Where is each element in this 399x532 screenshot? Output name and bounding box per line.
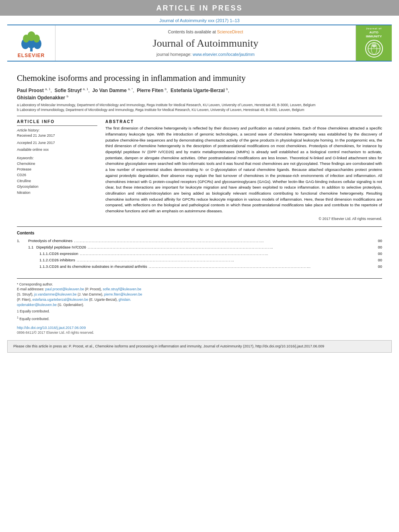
author-estefania: Estefania Ugarte-Berzal bbox=[171, 88, 225, 93]
sciencedirect-link[interactable]: ScienceDirect bbox=[217, 29, 243, 34]
toc-text-1-1: Dipeptidyl peptidase IV/CD26 bbox=[36, 244, 86, 251]
journal-logo-icon: Journal of AUTOIMMUNITY bbox=[358, 27, 390, 59]
two-column-section: ARTICLE INFO Article history: Received 2… bbox=[17, 119, 382, 221]
toc-dots-1-1-1: ........................................… bbox=[80, 251, 372, 257]
email-sofie[interactable]: sofie.struyf@kuleuven.be bbox=[103, 287, 142, 291]
toc-text-1-1-2: CD26 inhibitors bbox=[49, 257, 75, 263]
toc-item-1-1-1: 1.1.1. CD26 expression .................… bbox=[17, 251, 382, 257]
contents-available-text: Contents lists available at ScienceDirec… bbox=[168, 29, 243, 34]
keyword-cd26: CD26 bbox=[17, 172, 97, 178]
p-proost-label: (P. Proost), bbox=[85, 287, 102, 291]
email-line-4: opdenakker@kuleuven.be (G. Opdenakker). bbox=[17, 302, 382, 308]
toc-number-1: 1. bbox=[17, 238, 28, 244]
email-line-2: (S. Struyf), jo.vandamme@kuleuven.be (J.… bbox=[17, 292, 382, 297]
author-paul: Paul Proost bbox=[17, 88, 44, 93]
toc-item-1-1: 1.1 Dipeptidyl peptidase IV/CD26 .......… bbox=[17, 244, 382, 251]
logo-top-text: Journal of bbox=[366, 27, 382, 30]
abstract-label: ABSTRACT bbox=[105, 119, 382, 124]
toc-dots-1-1-3: ........................................… bbox=[149, 263, 372, 270]
article-info-col: ARTICLE INFO Article history: Received 2… bbox=[17, 119, 97, 221]
corresponding-label: * Corresponding author. bbox=[17, 282, 382, 287]
contents-title: Contents bbox=[17, 231, 382, 235]
affiliations: a Laboratory of Molecular Immunology, De… bbox=[17, 103, 382, 113]
toc-number-1-1-3: 1.1.3. bbox=[39, 263, 49, 270]
keyword-nitration: Nitration bbox=[17, 190, 97, 195]
keyword-citrulline: Citrulline bbox=[17, 178, 97, 184]
svg-point-5 bbox=[23, 35, 29, 43]
logo-circle-icon bbox=[367, 42, 381, 55]
toc-dots-1-1: ........................................… bbox=[88, 244, 372, 251]
email-pierre[interactable]: pierre.fiten@kuleuven.be bbox=[104, 292, 142, 296]
toc-item-1-1-3: 1.1.3. CD26 and its chemokine substrates… bbox=[17, 263, 382, 270]
journal-homepage: journal homepage: www.elsevier.com/locat… bbox=[156, 52, 255, 57]
info-divider bbox=[17, 125, 97, 126]
homepage-link[interactable]: www.elsevier.com/locate/jautimm bbox=[193, 52, 255, 57]
toc-item-1-1-2: 1.1.2. CD26 inhibitors .................… bbox=[17, 257, 382, 263]
author-ghislain: Ghislain Opdenakker bbox=[17, 95, 65, 101]
affiliation-a: a Laboratory of Molecular Immunology, De… bbox=[17, 103, 382, 108]
journal-header-center: Contents lists available at ScienceDirec… bbox=[56, 25, 356, 61]
keyword-protease: Protease bbox=[17, 166, 97, 172]
toc-text-1-1-3: CD26 and its chemokine substrates in rhe… bbox=[49, 263, 147, 270]
email-jo[interactable]: jo.vandamme@kuleuven.be bbox=[34, 292, 77, 296]
elsevier-tree-icon bbox=[17, 30, 45, 52]
logo-circle bbox=[365, 40, 383, 58]
toc-page-1-1-2: 00 bbox=[374, 257, 382, 263]
keyword-glycosylation: Glycosylation bbox=[17, 184, 97, 189]
history-label: Article history: bbox=[17, 128, 97, 132]
copyright-text: © 2017 Elsevier Ltd. All rights reserved… bbox=[105, 217, 382, 221]
author-sofie: Sofie Struyf bbox=[54, 88, 81, 93]
page: ARTICLE IN PRESS Journal of Autoimmunity… bbox=[0, 0, 399, 532]
toc-dots-1: ........................................… bbox=[74, 238, 372, 244]
author-jo: Jo Van Damme bbox=[92, 88, 126, 93]
rights-text: 0896-8411/© 2017 Elsevier Ltd. All right… bbox=[17, 331, 382, 335]
email-line: E-mail addresses: paul.proost@kuleuven.b… bbox=[17, 287, 382, 292]
article-info-label: ARTICLE INFO bbox=[17, 119, 97, 124]
equal-note: 1 Equally contributed. bbox=[17, 316, 382, 322]
email-label: E-mail addresses: bbox=[17, 287, 44, 291]
toc-page-1: 00 bbox=[374, 238, 382, 244]
authors-line: Paul Proost a, 1, Sofie Struyf a, 1, Jo … bbox=[17, 87, 382, 101]
elsevier-brand-text: ELSEVIER bbox=[18, 53, 45, 58]
divider-line bbox=[17, 116, 382, 116]
article-title: Chemokine isoforms and processing in inf… bbox=[17, 73, 382, 84]
jo-label: (J. Van Damme), bbox=[78, 292, 103, 296]
equal-contribution: 1 Equally contributed. bbox=[17, 309, 382, 314]
journal-ref-line: Journal of Autoimmunity xxx (2017) 1–13 bbox=[0, 16, 399, 25]
journal-header: ELSEVIER Contents lists available at Sci… bbox=[7, 25, 392, 62]
article-in-press-text: ARTICLE IN PRESS bbox=[156, 4, 243, 12]
toc-dots-1-1-2: ........................................… bbox=[77, 257, 372, 263]
fiten-label: (P. Fiten), bbox=[17, 298, 31, 302]
logo-title: AUTOIMMUNITY bbox=[366, 31, 382, 38]
main-content: Chemokine isoforms and processing in inf… bbox=[0, 62, 399, 221]
contents-section: Contents 1. Proteolysis of chemokines ..… bbox=[0, 227, 399, 270]
email-paul[interactable]: paul.proost@kuleuven.be bbox=[45, 287, 84, 291]
toc-number-1-1-1: 1.1.1. bbox=[39, 251, 49, 257]
svg-point-10 bbox=[372, 44, 376, 47]
keywords-label: Keywords: bbox=[17, 156, 97, 160]
citation-box: Please cite this article in press as: P.… bbox=[7, 340, 392, 353]
toc-text-1-1-1: CD26 expression bbox=[49, 251, 78, 257]
doi-link[interactable]: http://dx.doi.org/10.1016/j.jaut.2017.06… bbox=[17, 326, 382, 330]
email-ghislain-2[interactable]: opdenakker@kuleuven.be bbox=[17, 303, 57, 307]
toc-page-1-1: 00 bbox=[374, 244, 382, 251]
struyf-label: (S. Struyf), bbox=[17, 292, 33, 296]
citation-text: Please cite this article in press as: P.… bbox=[13, 344, 324, 348]
estefania-label: (E. Ugarte-Berzal), bbox=[89, 298, 118, 302]
keyword-chemokine: Chemokine bbox=[17, 161, 97, 166]
journal-header-left: ELSEVIER bbox=[7, 25, 56, 61]
abstract-text: The first dimension of chemokine heterog… bbox=[105, 125, 382, 214]
journal-header-right: Journal of AUTOIMMUNITY bbox=[356, 25, 392, 61]
toc-page-1-1-3: 00 bbox=[374, 263, 382, 270]
ghislain-label: (G. Opdenakker). bbox=[58, 303, 84, 307]
accepted-text: Accepted 21 June 2017 bbox=[17, 140, 97, 146]
toc-text-1: Proteolysis of chemokines bbox=[28, 238, 72, 244]
journal-ref-text: Journal of Autoimmunity xxx (2017) 1–13 bbox=[159, 18, 239, 23]
email-ghislain[interactable]: ghislain. bbox=[119, 298, 131, 302]
available-text: Available online xxx bbox=[17, 147, 97, 153]
email-estefania[interactable]: estefania.ugarteberzal@kuleuven.be bbox=[33, 298, 88, 302]
toc-item-1: 1. Proteolysis of chemokines ...........… bbox=[17, 238, 382, 244]
toc-number-1-1: 1.1 bbox=[28, 244, 36, 251]
email-line-3: (P. Fiten), estefania.ugarteberzal@kuleu… bbox=[17, 297, 382, 302]
toc-page-1-1-1: 00 bbox=[374, 251, 382, 257]
